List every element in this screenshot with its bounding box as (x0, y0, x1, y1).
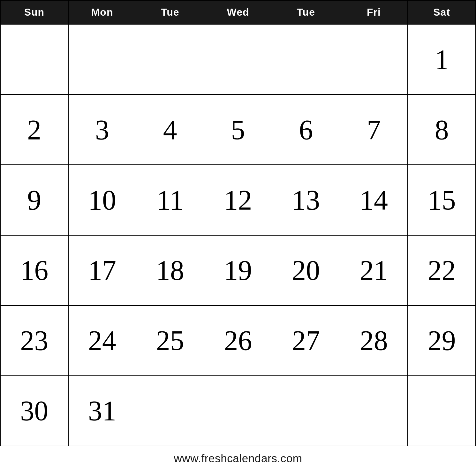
day-header: Sun (1, 1, 69, 25)
empty-day-cell (1, 25, 69, 95)
day-cell: 25 (136, 306, 204, 376)
day-number: 12 (224, 184, 252, 216)
day-number: 17 (88, 254, 116, 286)
day-header: Sat (408, 1, 476, 25)
day-number: 15 (428, 184, 456, 216)
day-cell: 31 (69, 376, 137, 446)
day-cell: 23 (1, 306, 69, 376)
day-number: 2 (27, 114, 41, 146)
day-cell: 3 (69, 95, 137, 165)
day-number: 9 (27, 184, 41, 216)
day-cell: 16 (1, 236, 69, 306)
day-cell: 2 (1, 95, 69, 165)
day-cell: 14 (340, 165, 408, 235)
day-header: Fri (340, 1, 408, 25)
empty-day-cell (272, 376, 340, 446)
day-header: Wed (204, 1, 272, 25)
day-number: 24 (88, 324, 116, 357)
day-number: 23 (20, 324, 48, 357)
footer-url: www.freshcalendars.com (0, 446, 476, 468)
day-cell: 11 (136, 165, 204, 235)
day-number: 14 (360, 184, 388, 216)
day-number: 13 (292, 184, 320, 216)
empty-day-cell (340, 25, 408, 95)
day-number: 22 (428, 254, 456, 286)
day-header: Tue (136, 1, 204, 25)
empty-day-cell (340, 376, 408, 446)
day-cell: 13 (272, 165, 340, 235)
day-number: 26 (224, 324, 252, 357)
day-number: 6 (299, 114, 313, 146)
empty-day-cell (136, 376, 204, 446)
day-cell: 9 (1, 165, 69, 235)
day-number: 16 (20, 254, 48, 286)
empty-day-cell (408, 376, 476, 446)
day-cell: 29 (408, 306, 476, 376)
day-cell: 6 (272, 95, 340, 165)
day-number: 19 (224, 254, 252, 286)
day-cell: 4 (136, 95, 204, 165)
empty-day-cell (272, 25, 340, 95)
day-header: Mon (69, 1, 137, 25)
day-cell: 17 (69, 236, 137, 306)
empty-day-cell (69, 25, 137, 95)
day-number: 10 (88, 184, 116, 216)
day-number: 28 (360, 324, 388, 357)
day-number: 7 (367, 114, 381, 146)
day-cell: 10 (69, 165, 137, 235)
day-cell: 7 (340, 95, 408, 165)
empty-day-cell (204, 25, 272, 95)
day-cell: 27 (272, 306, 340, 376)
empty-day-cell (136, 25, 204, 95)
day-cell: 12 (204, 165, 272, 235)
day-number: 1 (435, 43, 449, 76)
day-number: 18 (156, 254, 184, 286)
day-number: 31 (88, 395, 116, 427)
day-header: Tue (272, 1, 340, 25)
day-number: 25 (156, 324, 184, 357)
day-number: 8 (435, 114, 449, 146)
day-cell: 24 (69, 306, 137, 376)
day-cell: 21 (340, 236, 408, 306)
day-cell: 1 (408, 25, 476, 95)
day-cell: 5 (204, 95, 272, 165)
day-cell: 30 (1, 376, 69, 446)
day-number: 20 (292, 254, 320, 286)
day-cell: 18 (136, 236, 204, 306)
day-cell: 20 (272, 236, 340, 306)
day-number: 3 (95, 114, 109, 146)
calendar-grid: SunMonTueWedTueFriSat1234567891011121314… (0, 0, 476, 446)
day-cell: 8 (408, 95, 476, 165)
day-number: 27 (292, 324, 320, 357)
day-cell: 19 (204, 236, 272, 306)
empty-day-cell (204, 376, 272, 446)
day-number: 29 (428, 324, 456, 357)
day-cell: 22 (408, 236, 476, 306)
day-number: 4 (163, 114, 177, 146)
day-number: 30 (20, 395, 48, 427)
day-cell: 28 (340, 306, 408, 376)
day-cell: 26 (204, 306, 272, 376)
day-number: 21 (360, 254, 388, 286)
day-number: 11 (156, 184, 184, 216)
day-cell: 15 (408, 165, 476, 235)
day-number: 5 (231, 114, 245, 146)
calendar-wrapper: SunMonTueWedTueFriSat1234567891011121314… (0, 0, 476, 468)
